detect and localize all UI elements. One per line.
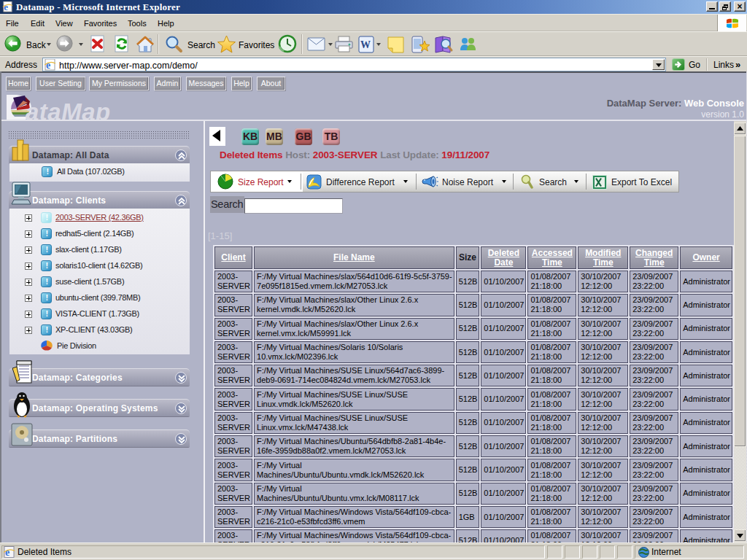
svg-text:W: W xyxy=(360,39,371,50)
svg-text:e: e xyxy=(46,60,50,71)
svg-text:ataMap: ataMap xyxy=(26,98,111,121)
svg-text:e: e xyxy=(5,547,9,558)
svg-text:e: e xyxy=(4,1,8,12)
